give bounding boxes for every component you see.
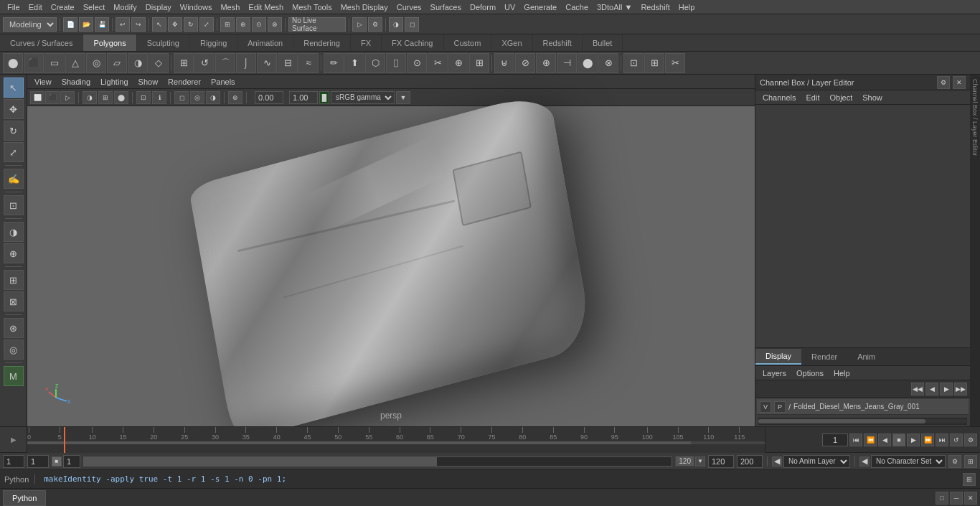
tab-bullet[interactable]: Bullet — [583, 34, 623, 51]
show-geometry-btn[interactable]: ◻ — [405, 17, 419, 32]
disk-btn[interactable]: ◑ — [128, 53, 148, 73]
minimize-window-btn[interactable]: ─ — [950, 492, 963, 505]
cut-sew-btn[interactable]: ✂ — [665, 53, 685, 73]
menu-generate[interactable]: Generate — [519, 1, 561, 13]
tab-anim[interactable]: Anim — [847, 350, 885, 364]
vp-color-space-btn[interactable]: ▼ — [396, 91, 410, 104]
tab-rendering[interactable]: Rendering — [293, 34, 351, 51]
layers-scrollbar-thumb[interactable] — [758, 419, 925, 423]
vp-heads-up-btn[interactable]: ℹ — [152, 91, 166, 104]
restore-window-btn[interactable]: □ — [936, 492, 948, 505]
loop-btn[interactable]: ↺ — [950, 434, 963, 446]
vp-cam-btn3[interactable]: ▷ — [60, 91, 75, 104]
layers-menu-options[interactable]: Options — [792, 367, 828, 379]
vp-display-mode-btn[interactable]: ◻ — [174, 91, 189, 104]
flare-btn[interactable]: ⌡ — [236, 53, 256, 73]
vp-xray-btn[interactable]: ◑ — [206, 91, 220, 104]
object-set-btn[interactable]: ⊕ — [4, 243, 24, 263]
goto-start-btn[interactable]: ⏮ — [849, 434, 862, 446]
vp-color-space-swatch[interactable]: █ — [319, 91, 329, 104]
fill-hole-btn[interactable]: ⊙ — [407, 53, 427, 73]
vp-smooth-btn[interactable]: ◎ — [190, 91, 204, 104]
show-hide-btn[interactable]: ◑ — [4, 222, 24, 242]
rotate-mode-btn[interactable]: ↻ — [4, 121, 24, 141]
tab-sculpting[interactable]: Sculpting — [137, 34, 190, 51]
timeline-ruler[interactable]: 0510152025303540455055606570758085909510… — [27, 427, 765, 453]
scale-mode-btn[interactable]: ⤢ — [4, 142, 24, 162]
total-frames-field[interactable] — [737, 455, 763, 468]
boolean-btn[interactable]: ⊕ — [536, 53, 556, 73]
layers-menu-layers[interactable]: Layers — [758, 367, 791, 379]
maya-logo-btn[interactable]: M — [4, 366, 24, 386]
sine-btn[interactable]: ∿ — [257, 53, 277, 73]
char-set-settings-btn[interactable]: ⚙ — [948, 455, 961, 468]
color-space-selector[interactable]: sRGB gamma — [331, 91, 395, 104]
tab-curves-surfaces[interactable]: Curves / Surfaces — [0, 34, 83, 51]
menu-help[interactable]: Help — [674, 1, 699, 13]
snap-curve-btn[interactable]: ⊕ — [236, 17, 250, 32]
cb-menu-edit[interactable]: Edit — [801, 92, 824, 103]
extrude-btn[interactable]: ⬆ — [344, 53, 364, 73]
separate-btn[interactable]: ⊘ — [515, 53, 535, 73]
menu-cache[interactable]: Cache — [561, 1, 593, 13]
render-btn[interactable]: ▷ — [352, 17, 367, 32]
exposure-field[interactable] — [289, 91, 318, 104]
menu-create[interactable]: Create — [47, 1, 79, 13]
vp-menu-lighting[interactable]: Lighting — [96, 76, 133, 88]
tab-display[interactable]: Display — [755, 349, 801, 365]
cb-menu-object[interactable]: Object — [825, 92, 857, 103]
menu-3dtall[interactable]: 3DtoAll ▼ — [593, 1, 636, 13]
menu-modify[interactable]: Modify — [109, 1, 141, 13]
retopo-btn[interactable]: ⊗ — [598, 53, 618, 73]
vp-menu-view[interactable]: View — [30, 76, 56, 88]
char-set-arrow-btn[interactable]: ◀ — [859, 456, 870, 467]
combine-btn[interactable]: ⊎ — [494, 53, 514, 73]
bevel-btn[interactable]: ⬡ — [365, 53, 385, 73]
lattice-btn[interactable]: ⊞ — [174, 53, 194, 73]
cb-menu-show[interactable]: Show — [858, 92, 887, 103]
measure-btn[interactable]: ⊛ — [4, 318, 24, 338]
tab-render[interactable]: Render — [801, 350, 847, 364]
select-mode-btn[interactable]: ↖ — [4, 78, 24, 98]
snap-align-btn[interactable]: ⊞ — [4, 270, 24, 290]
tab-rigging[interactable]: Rigging — [190, 34, 237, 51]
vp-isolate-btn[interactable]: ◑ — [83, 91, 97, 104]
xray-btn[interactable]: ◎ — [4, 339, 24, 360]
undo-button[interactable]: ↩ — [116, 17, 130, 32]
layer-playback-btn[interactable]: P — [774, 401, 786, 413]
uv-editor-btn[interactable]: ⊡ — [623, 53, 644, 73]
menu-surfaces[interactable]: Surfaces — [426, 1, 466, 13]
script-editor-btn[interactable]: ⊞ — [963, 473, 976, 486]
insert-edge-loop-btn[interactable]: ⊕ — [448, 53, 468, 73]
wave-btn[interactable]: ≈ — [298, 53, 319, 73]
cylinder-btn[interactable]: ▭ — [44, 53, 65, 73]
multi-cut-btn[interactable]: ✂ — [428, 53, 448, 73]
unfold-btn[interactable]: ⊞ — [644, 53, 664, 73]
mirror-btn[interactable]: ⊣ — [557, 53, 577, 73]
tab-animation[interactable]: Animation — [237, 34, 293, 51]
snap-point-btn[interactable]: ⊙ — [252, 17, 266, 32]
snap-grid-btn[interactable]: ⊞ — [220, 17, 235, 32]
live-surface-button[interactable]: No Live Surface — [288, 17, 346, 32]
new-file-button[interactable]: 📄 — [63, 17, 77, 32]
layer-step-back-btn[interactable]: ◀ — [925, 383, 938, 395]
layer-step-fwd-btn[interactable]: ▶ — [940, 383, 953, 395]
play-fwd-btn[interactable]: ▶ — [907, 434, 920, 446]
vp-grid-btn[interactable]: ⊡ — [136, 91, 151, 104]
layer-next-btn[interactable]: ▶▶ — [954, 383, 967, 395]
snap-surface-btn[interactable]: ⊗ — [268, 17, 282, 32]
layer-visibility-btn[interactable]: V — [760, 401, 771, 413]
frame-color-btn[interactable]: ■ — [52, 456, 62, 467]
step-back-btn[interactable]: ⏪ — [864, 434, 877, 446]
twist-btn[interactable]: ↺ — [194, 53, 215, 73]
menu-mesh[interactable]: Mesh — [216, 1, 244, 13]
tab-fx-caching[interactable]: FX Caching — [382, 34, 443, 51]
tab-custom[interactable]: Custom — [444, 34, 492, 51]
redo-button[interactable]: ↪ — [131, 17, 146, 32]
vp-menu-shading[interactable]: Shading — [57, 76, 95, 88]
stop-btn[interactable]: ■ — [892, 434, 905, 446]
move-tool-btn[interactable]: ✥ — [168, 17, 182, 32]
menu-mesh-tools[interactable]: Mesh Tools — [288, 1, 336, 13]
tab-redshift[interactable]: Redshift — [533, 34, 583, 51]
squash-btn[interactable]: ⊟ — [278, 53, 298, 73]
